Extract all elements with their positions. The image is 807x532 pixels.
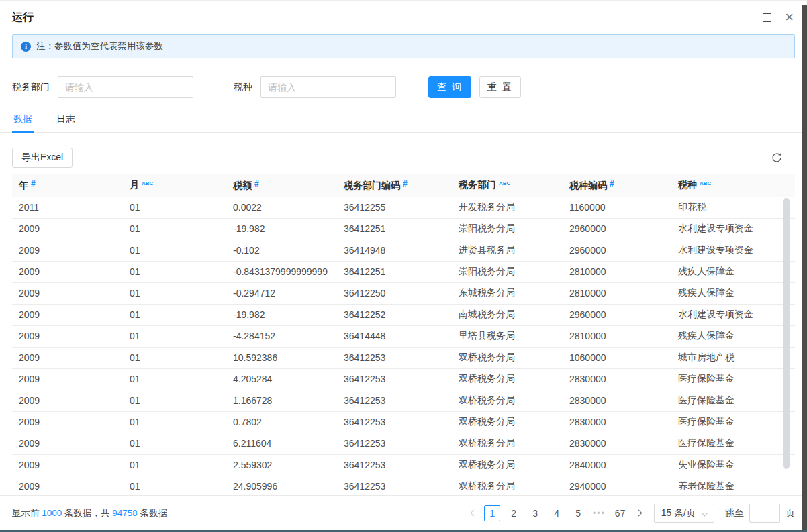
page-button-1[interactable]: 1 [484, 505, 500, 521]
table-cell: 进贤县税务局 [459, 240, 569, 261]
table-cell: 01 [130, 454, 233, 476]
table-cell: 2009 [12, 476, 130, 497]
table-cell: 印花税 [678, 197, 795, 218]
column-header[interactable]: 税种ABC [678, 174, 795, 197]
column-header[interactable]: 税种编码# [569, 174, 678, 197]
table-cell: 2960000 [569, 218, 678, 240]
page-unit-label: 页 [786, 507, 795, 519]
table-cell: 医疗保险基金 [678, 368, 795, 390]
reset-button[interactable]: 重 置 [479, 76, 521, 98]
table-row: 20090124.90599636412253双桥税务分局2940000养老保险… [12, 476, 795, 497]
table-cell: 1.166728 [233, 390, 344, 411]
close-icon[interactable]: × [785, 13, 794, 22]
page-button-3[interactable]: 3 [527, 505, 543, 521]
table-cell: 24.905996 [233, 476, 344, 497]
table-cell: 36412251 [344, 261, 459, 282]
table-row: 200901-19.98236412252南城税务分局2960000水利建设专项… [12, 304, 795, 325]
table-cell: 双桥税务分局 [459, 368, 569, 390]
page-button-5[interactable]: 5 [570, 505, 586, 521]
tax-department-input[interactable] [58, 76, 193, 98]
table-cell: 双桥税务分局 [459, 433, 569, 454]
table-cell: 01 [130, 261, 233, 282]
table-cell: 01 [130, 411, 233, 433]
page-button-4[interactable]: 4 [549, 505, 565, 521]
maximize-icon[interactable] [763, 13, 771, 22]
table-cell: 36412253 [344, 454, 459, 476]
table-cell: 01 [130, 304, 233, 325]
numeric-type-icon: # [31, 179, 36, 189]
column-header[interactable]: 年# [12, 174, 130, 197]
result-summary: 显示前 1000 条数据，共 94758 条数据 [12, 507, 167, 519]
total-count: 94758 [112, 508, 138, 518]
chevron-left-icon [470, 510, 477, 517]
jump-page-input[interactable] [749, 504, 780, 523]
tax-type-input[interactable] [260, 76, 396, 98]
table-cell: 36412251 [344, 218, 459, 240]
tax-department-label: 税务部门 [12, 81, 50, 93]
table-cell: 双桥税务分局 [459, 411, 569, 433]
table-cell: 6.211604 [233, 433, 344, 454]
table-cell: 36412253 [344, 476, 459, 497]
shown-count: 1000 [42, 508, 62, 518]
chevron-right-icon [636, 510, 643, 517]
table-cell: 0.7802 [233, 411, 344, 433]
table-cell: 2009 [12, 454, 130, 476]
page-button-last[interactable]: 67 [612, 505, 628, 521]
refresh-icon[interactable] [771, 152, 783, 164]
pagination: 12345 ••• 67 15 条/页 跳至 页 [465, 504, 795, 523]
table-cell: -0.294712 [233, 282, 344, 304]
page-button-2[interactable]: 2 [506, 505, 522, 521]
table-cell: 医疗保险基金 [678, 433, 795, 454]
query-button[interactable]: 查 询 [428, 76, 471, 98]
table-cell: 2810000 [569, 325, 678, 347]
numeric-type-icon: # [610, 179, 614, 189]
next-page-button[interactable] [631, 505, 647, 521]
page-size-select[interactable]: 15 条/页 [654, 504, 714, 523]
table-cell: 36412253 [344, 390, 459, 411]
info-icon: i [21, 42, 31, 52]
data-table: 年#月ABC税额#税务部门编码#税务部门ABC税种编码#税种ABC 201101… [12, 174, 795, 502]
window-scrollbar[interactable] [802, 5, 807, 532]
table-cell: 01 [130, 390, 233, 411]
table-row: 2009012.55930236412253双桥税务分局2840000失业保险基… [12, 454, 795, 476]
prev-page-button[interactable] [465, 505, 481, 521]
string-type-icon: ABC [142, 180, 153, 187]
table-cell: 崇阳税务分局 [459, 218, 569, 240]
column-header[interactable]: 税务部门ABC [459, 174, 569, 197]
page-title: 运行 [12, 11, 34, 23]
table-cell: 水利建设专项资金 [678, 240, 795, 261]
table-cell: 36412253 [344, 411, 459, 433]
table-row: 200901-0.29471236412250东城税务分局2810000残疾人保… [12, 282, 795, 304]
table-cell: 东城税务分局 [459, 282, 569, 304]
more-pages-ellipsis[interactable]: ••• [593, 509, 606, 518]
table-scrollbar-thumb[interactable] [783, 198, 790, 469]
table-cell: 2009 [12, 218, 130, 240]
table-cell: 2009 [12, 240, 130, 261]
table-cell: 残疾人保障金 [678, 261, 795, 282]
table-cell: 2009 [12, 304, 130, 325]
column-header[interactable]: 月ABC [130, 174, 233, 197]
table-cell: 南城税务分局 [459, 304, 569, 325]
string-type-icon: ABC [700, 180, 711, 187]
column-header[interactable]: 税务部门编码# [344, 174, 459, 197]
table-cell: 2940000 [569, 476, 678, 497]
table-cell: 2840000 [569, 454, 678, 476]
table-row: 200901-19.98236412251崇阳税务分局2960000水利建设专项… [12, 218, 795, 240]
table-cell: 36412253 [344, 433, 459, 454]
table-row: 2009014.20528436412253双桥税务分局2830000医疗保险基… [12, 368, 795, 390]
run-dialog: 运行 × i 注：参数值为空代表禁用该参数 税务部门 税种 查 询 重 置 数据… [0, 0, 807, 532]
table-cell: 失业保险基金 [678, 454, 795, 476]
export-excel-button[interactable]: 导出Excel [12, 148, 73, 168]
table-cell: 2011 [12, 197, 130, 218]
table-cell: 36412253 [344, 368, 459, 390]
table-cell: 2810000 [569, 261, 678, 282]
column-header[interactable]: 税额# [233, 174, 344, 197]
table-cell: 01 [130, 282, 233, 304]
tab-data[interactable]: 数据 [12, 108, 34, 132]
table-cell: 双桥税务分局 [459, 454, 569, 476]
table-toolbar: 导出Excel [12, 148, 795, 168]
table-cell: 01 [130, 476, 233, 497]
filter-form: 税务部门 税种 查 询 重 置 [12, 76, 795, 98]
table-cell: 养老保险基金 [678, 476, 795, 497]
tab-log[interactable]: 日志 [55, 108, 77, 132]
